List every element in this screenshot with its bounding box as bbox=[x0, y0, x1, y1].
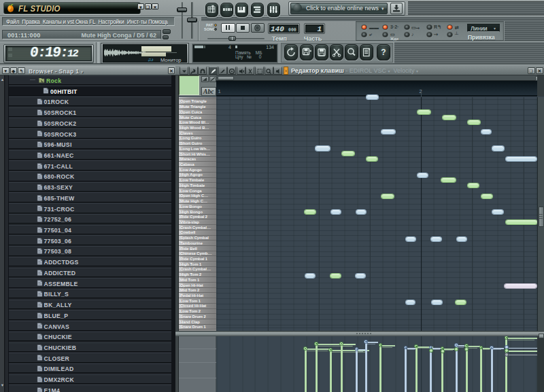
svg-text:?: ? bbox=[381, 48, 386, 57]
